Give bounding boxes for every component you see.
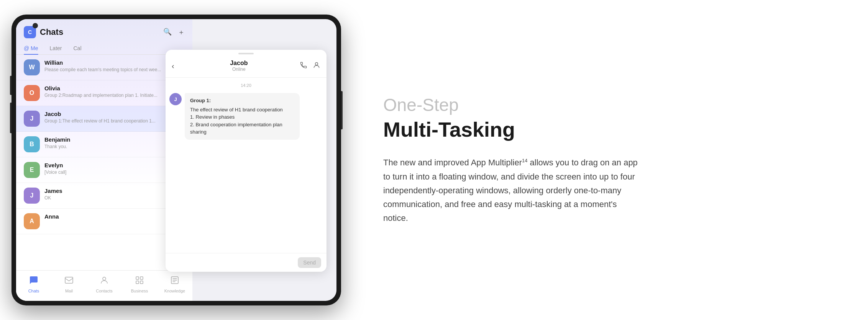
- message-bubble: Group 1: The effect review of H1 brand c…: [185, 93, 300, 140]
- svg-rect-2: [136, 277, 139, 279]
- tablet-right-btn: [341, 91, 343, 129]
- tablet-left-btn1: [10, 76, 11, 95]
- back-button[interactable]: ‹: [172, 62, 174, 70]
- contact-name: Olivia: [44, 85, 169, 91]
- svg-rect-4: [136, 281, 139, 284]
- conversation-status: Online: [178, 67, 300, 72]
- send-button[interactable]: Send: [298, 257, 321, 268]
- chat-info: Anna: [44, 213, 169, 221]
- nav-mail-label: Mail: [65, 289, 73, 293]
- contact-name: Jacob: [44, 111, 169, 117]
- svg-rect-0: [65, 277, 73, 283]
- tablet-section: C Chats 🔍 ＋ @ Me Later Cal: [0, 0, 353, 320]
- message-line-3: 2. Brand cooperation implementation plan…: [190, 121, 294, 136]
- tab-cal[interactable]: Cal: [73, 42, 81, 54]
- nav-item-business[interactable]: Business: [126, 276, 153, 293]
- nav-knowledge-label: Knowledge: [164, 289, 185, 293]
- nav-contacts-label: Contacts: [96, 289, 112, 293]
- avatar: A: [24, 213, 40, 229]
- section-subtitle: One-Step: [383, 95, 837, 116]
- contact-name: James: [44, 188, 169, 194]
- header-icons: 🔍 ＋: [163, 28, 185, 37]
- svg-point-1: [103, 277, 106, 280]
- message-preview: Thank you.: [44, 144, 169, 149]
- chat-info: Benjamin Thank you.: [44, 136, 169, 149]
- avatar: E: [24, 162, 40, 178]
- add-icon[interactable]: ＋: [178, 28, 185, 37]
- chats-icon: [29, 276, 38, 287]
- message-input[interactable]: [171, 260, 298, 266]
- search-icon[interactable]: 🔍: [163, 28, 172, 37]
- avatar: W: [24, 59, 40, 75]
- conversation-panel: ‹ Jacob Online: [166, 50, 327, 272]
- message-preview: Please compile each team's meeting topic…: [44, 67, 169, 72]
- mail-icon: [64, 276, 74, 287]
- footnote-superscript: 14: [522, 158, 527, 163]
- contact-name: Evelyn: [44, 162, 169, 168]
- message-preview: [Voice call]: [44, 170, 169, 175]
- svg-rect-5: [140, 281, 143, 284]
- avatar: J: [24, 111, 40, 127]
- message-preview: OK: [44, 195, 169, 201]
- desc-text-1: The new and improved App Multiplier: [383, 158, 522, 167]
- business-icon: [135, 276, 144, 287]
- nav-item-chats[interactable]: Chats: [20, 276, 47, 293]
- chat-panel-title: Chats: [40, 27, 163, 37]
- contact-name: Benjamin: [44, 136, 169, 143]
- nav-business-label: Business: [131, 289, 148, 293]
- tablet-left-btn2: [10, 103, 11, 133]
- message-line-2: 1. Review in phases: [190, 113, 294, 121]
- nav-chats-label: Chats: [28, 289, 39, 293]
- bottom-nav: Chats Mail: [16, 270, 192, 301]
- section-description: The new and improved App Multiplier14 al…: [383, 156, 644, 225]
- conversation-header: ‹ Jacob Online: [166, 54, 327, 78]
- avatar: J: [24, 188, 40, 204]
- message-input-area: Send: [166, 253, 327, 272]
- tab-me[interactable]: @ Me: [24, 42, 38, 54]
- chat-info: Evelyn [Voice call]: [44, 162, 169, 175]
- knowledge-icon: [170, 276, 179, 287]
- contacts-icon: [100, 276, 109, 287]
- message-title: Group 1:: [190, 97, 294, 104]
- chat-header: C Chats 🔍 ＋: [16, 19, 192, 42]
- avatar: B: [24, 136, 40, 152]
- tablet-screen: C Chats 🔍 ＋ @ Me Later Cal: [16, 19, 336, 301]
- svg-point-7: [315, 62, 318, 65]
- contact-name: Anna: [44, 213, 169, 220]
- contact-name: Willian: [44, 59, 169, 66]
- tablet-device: C Chats 🔍 ＋ @ Me Later Cal: [11, 15, 341, 305]
- nav-item-knowledge[interactable]: Knowledge: [161, 276, 188, 293]
- chat-info: Olivia Group 2:Roadmap and implementatio…: [44, 85, 169, 98]
- tab-later[interactable]: Later: [50, 42, 62, 54]
- app-logo: C: [24, 26, 36, 38]
- section-title: Multi-Tasking: [383, 117, 837, 142]
- chat-info: Jacob Group 1:The effect review of H1 br…: [44, 111, 169, 124]
- phone-icon[interactable]: [300, 61, 307, 71]
- conversation-body: 14:20 J Group 1: The effect review of H1…: [166, 78, 327, 253]
- conversation-title-area: Jacob Online: [178, 60, 300, 72]
- nav-item-mail[interactable]: Mail: [56, 276, 82, 293]
- conversation-actions: [300, 61, 320, 71]
- chat-info: James OK: [44, 188, 169, 201]
- desc-text-2: allows you to drag on an app to turn it …: [383, 158, 638, 223]
- svg-rect-3: [140, 277, 143, 279]
- message-preview: Group 2:Roadmap and implementation plan …: [44, 93, 169, 98]
- message-row: J Group 1: The effect review of H1 brand…: [169, 93, 323, 140]
- message-preview: Group 1:The effect review of H1 brand co…: [44, 118, 169, 124]
- avatar: O: [24, 85, 40, 101]
- profile-icon[interactable]: [313, 61, 320, 71]
- message-timestamp: 14:20: [169, 83, 323, 88]
- message-line-1: The effect review of H1 brand cooperatio…: [190, 106, 294, 114]
- text-section: One-Step Multi-Tasking The new and impro…: [353, 72, 868, 248]
- conversation-contact-name: Jacob: [178, 60, 300, 67]
- nav-item-contacts[interactable]: Contacts: [91, 276, 118, 293]
- chat-info: Willian Please compile each team's meeti…: [44, 59, 169, 72]
- message-avatar: J: [169, 93, 182, 105]
